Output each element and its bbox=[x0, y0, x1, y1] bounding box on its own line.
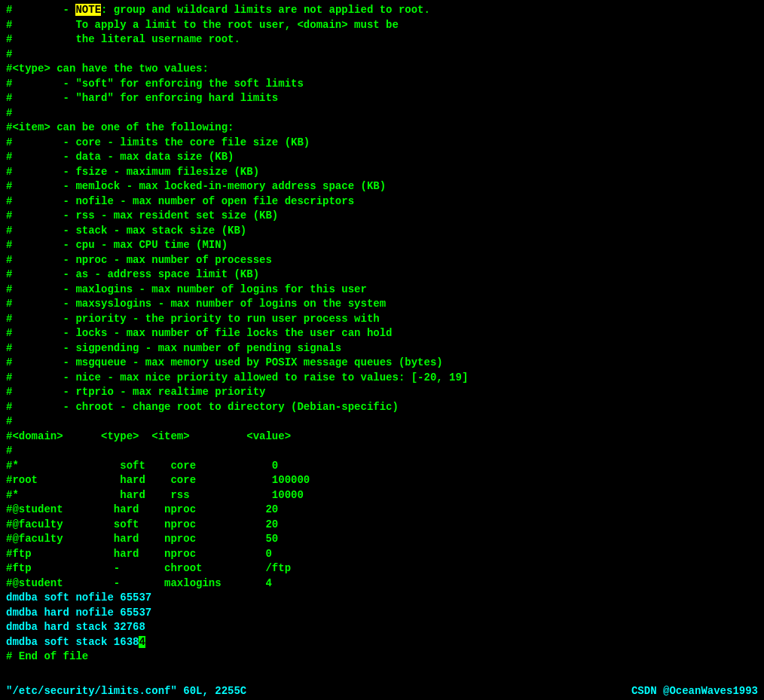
terminal-line: # the literal username root. bbox=[6, 32, 758, 47]
terminal-line: # - core - limits the core file size (KB… bbox=[6, 136, 758, 151]
terminal-line: #ftp - chroot /ftp bbox=[6, 561, 758, 576]
terminal-line: dmdba soft nofile 65537 bbox=[6, 591, 758, 606]
terminal-line: # - rtprio - max realtime priority bbox=[6, 385, 758, 400]
terminal-line: dmdba soft stack 16384 bbox=[6, 635, 758, 650]
terminal-line: # - stack - max stack size (KB) bbox=[6, 224, 758, 239]
terminal-line: #@faculty hard nproc 50 bbox=[6, 532, 758, 547]
terminal-line: #<type> can have the two values: bbox=[6, 62, 758, 77]
terminal-line: # - sigpending - max number of pending s… bbox=[6, 341, 758, 356]
terminal-line: #@faculty soft nproc 20 bbox=[6, 518, 758, 533]
status-bar: "/etc/security/limits.conf" 60L, 2255C C… bbox=[0, 683, 764, 701]
terminal-line: # - cpu - max CPU time (MIN) bbox=[6, 238, 758, 253]
terminal-line: # - maxlogins - max number of logins for… bbox=[6, 283, 758, 298]
terminal-line: # - NOTE: group and wildcard limits are … bbox=[6, 3, 758, 18]
terminal-line: # - fsize - maximum filesize (KB) bbox=[6, 165, 758, 180]
terminal-line: #* hard rss 10000 bbox=[6, 488, 758, 503]
terminal-line: # - locks - max number of file locks the… bbox=[6, 326, 758, 341]
terminal-line: # - nofile - max number of open file des… bbox=[6, 194, 758, 209]
terminal-line: # - "hard" for enforcing hard limits bbox=[6, 91, 758, 106]
terminal-line: # - chroot - change root to directory (D… bbox=[6, 400, 758, 415]
note-highlight: NOTE bbox=[75, 4, 101, 16]
terminal-line: # bbox=[6, 106, 758, 121]
terminal-line: # - maxsyslogins - max number of logins … bbox=[6, 297, 758, 312]
text-cursor: 4 bbox=[139, 636, 145, 648]
terminal-line: # - data - max data size (KB) bbox=[6, 150, 758, 165]
terminal-line: dmdba hard stack 32768 bbox=[6, 620, 758, 635]
terminal-line: # bbox=[6, 444, 758, 459]
terminal-line: # - as - address space limit (KB) bbox=[6, 267, 758, 283]
terminal-line: #<domain> <type> <item> <value> bbox=[6, 429, 758, 445]
terminal-line: # bbox=[6, 414, 758, 429]
watermark: CSDN @OceanWaves1993 bbox=[631, 684, 758, 699]
terminal-line: #root hard core 100000 bbox=[6, 473, 758, 488]
terminal-line: # - "soft" for enforcing the soft limits bbox=[6, 77, 758, 92]
terminal-line: # - memlock - max locked-in-memory addre… bbox=[6, 179, 758, 194]
file-status: "/etc/security/limits.conf" 60L, 2255C bbox=[6, 684, 246, 699]
terminal-line: #<item> can be one of the following: bbox=[6, 121, 758, 136]
terminal-line: # - rss - max resident set size (KB) bbox=[6, 209, 758, 224]
terminal-line: #@student - maxlogins 4 bbox=[6, 576, 758, 591]
terminal-line: # End of file bbox=[6, 650, 758, 665]
terminal-line: # bbox=[6, 47, 758, 63]
terminal-line: #* soft core 0 bbox=[6, 459, 758, 474]
terminal-line: # - priority - the priority to run user … bbox=[6, 312, 758, 327]
terminal-content: # - NOTE: group and wildcard limits are … bbox=[0, 0, 764, 683]
terminal-line: # - nproc - max number of processes bbox=[6, 253, 758, 268]
terminal-line: dmdba hard nofile 65537 bbox=[6, 606, 758, 621]
terminal-line: # - nice - max nice priority allowed to … bbox=[6, 371, 758, 386]
terminal-line: # To apply a limit to the root user, <do… bbox=[6, 18, 758, 33]
terminal-line: # - msgqueue - max memory used by POSIX … bbox=[6, 356, 758, 371]
terminal-line: #ftp hard nproc 0 bbox=[6, 547, 758, 562]
terminal-line: #@student hard nproc 20 bbox=[6, 503, 758, 518]
